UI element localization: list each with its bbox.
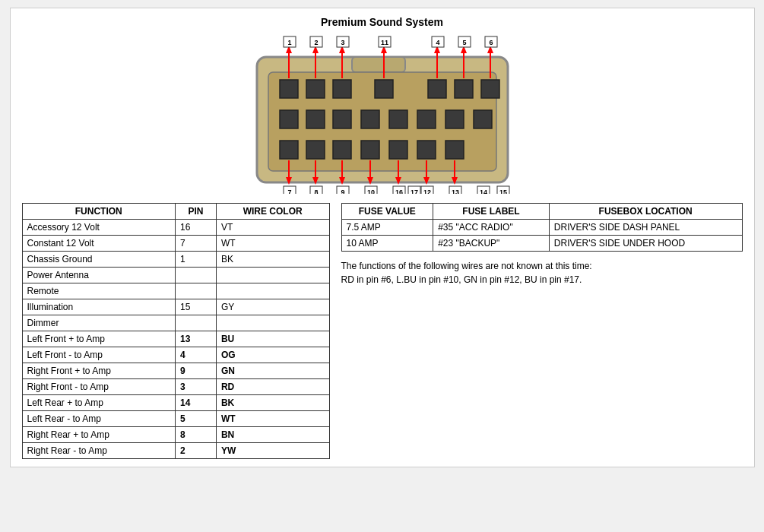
function-table: FUNCTION PIN WIRE COLOR Accessory 12 Vol…	[22, 203, 330, 459]
fuse-value-cell: 10 AMP	[341, 236, 433, 252]
svg-rect-24	[445, 141, 464, 159]
color-cell: OG	[216, 347, 329, 363]
function-cell: Power Antenna	[22, 268, 175, 283]
svg-rect-15	[417, 110, 436, 128]
pin-cell: 3	[175, 379, 216, 395]
pin-cell: 16	[175, 220, 216, 236]
page-title: Premium Sound System	[22, 16, 743, 28]
function-table-row: Dimmer	[22, 315, 329, 331]
svg-text:10: 10	[366, 188, 374, 194]
pin-col-header: PIN	[175, 204, 216, 220]
svg-rect-19	[306, 141, 325, 159]
pin-cell: 9	[175, 363, 216, 379]
svg-rect-18	[280, 141, 298, 159]
function-cell: Left Front - to Amp	[22, 347, 175, 363]
svg-text:1: 1	[287, 39, 291, 46]
connector-diagram: 1 2 3 11 4 5 6 7 8 9 10 16	[22, 34, 743, 194]
fusebox-location-header: FUSEBOX LOCATION	[549, 204, 742, 220]
function-col-header: FUNCTION	[22, 204, 175, 220]
svg-rect-5	[333, 80, 351, 98]
pin-cell: 7	[175, 236, 216, 252]
function-table-row: Constant 12 Volt7WT	[22, 236, 329, 252]
svg-text:16: 16	[395, 188, 402, 194]
svg-rect-8	[455, 80, 473, 98]
function-table-row: Left Rear - to Amp5WT	[22, 411, 329, 427]
color-cell: BU	[216, 331, 329, 347]
svg-text:12: 12	[423, 188, 430, 194]
function-cell: Right Rear + to Amp	[22, 427, 175, 443]
svg-rect-23	[417, 141, 436, 159]
svg-rect-17	[474, 110, 492, 128]
function-table-row: Left Front + to Amp13BU	[22, 331, 329, 347]
color-cell: BK	[216, 252, 329, 268]
color-cell: GY	[216, 299, 329, 315]
pin-cell: 2	[175, 443, 216, 459]
pin-cell: 1	[175, 252, 216, 268]
fuse-table: FUSE VALUE FUSE LABEL FUSEBOX LOCATION 7…	[341, 203, 743, 252]
function-cell: Right Front + to Amp	[22, 363, 175, 379]
function-table-row: Right Front - to Amp3RD	[22, 379, 329, 395]
svg-rect-12	[333, 110, 351, 128]
content-row: FUNCTION PIN WIRE COLOR Accessory 12 Vol…	[22, 203, 743, 459]
svg-rect-10	[280, 110, 298, 128]
svg-text:5: 5	[462, 39, 466, 46]
pin-cell	[175, 268, 216, 283]
svg-text:3: 3	[341, 39, 344, 46]
color-cell: WT	[216, 411, 329, 427]
svg-text:2: 2	[314, 39, 318, 46]
function-table-row: Accessory 12 Volt16VT	[22, 220, 329, 236]
function-table-row: Left Rear + to Amp14BK	[22, 395, 329, 411]
fuse-table-row: 10 AMP#23 "BACKUP"DRIVER'S SIDE UNDER HO…	[341, 236, 742, 252]
function-table-row: Remote	[22, 283, 329, 299]
function-cell: Right Rear - to Amp	[22, 443, 175, 459]
svg-rect-3	[280, 80, 298, 98]
svg-text:8: 8	[314, 188, 318, 194]
svg-rect-11	[306, 110, 325, 128]
svg-rect-9	[481, 80, 499, 98]
function-cell: Illumination	[22, 299, 175, 315]
pin-cell: 14	[175, 395, 216, 411]
function-table-row: Illumination15GY	[22, 299, 329, 315]
pin-cell	[175, 283, 216, 299]
color-cell	[216, 268, 329, 283]
function-cell: Left Front + to Amp	[22, 331, 175, 347]
fuse-value-cell: 7.5 AMP	[341, 220, 433, 236]
color-cell	[216, 315, 329, 331]
pin-cell: 13	[175, 331, 216, 347]
fuse-location-cell: DRIVER'S SIDE UNDER HOOD	[549, 236, 742, 252]
function-cell: Accessory 12 Volt	[22, 220, 175, 236]
svg-rect-1	[352, 57, 405, 72]
svg-rect-6	[375, 80, 393, 98]
function-cell: Constant 12 Volt	[22, 236, 175, 252]
function-cell: Chassis Ground	[22, 252, 175, 268]
fuse-label-cell: #35 "ACC RADIO"	[433, 220, 550, 236]
function-table-row: Right Front + to Amp9GN	[22, 363, 329, 379]
color-col-header: WIRE COLOR	[216, 204, 329, 220]
pin-cell: 8	[175, 427, 216, 443]
svg-rect-13	[361, 110, 379, 128]
color-cell: VT	[216, 220, 329, 236]
color-cell: BK	[216, 395, 329, 411]
color-cell: YW	[216, 443, 329, 459]
color-cell: WT	[216, 236, 329, 252]
connector-svg: 1 2 3 11 4 5 6 7 8 9 10 16	[234, 34, 531, 194]
fuse-label-header: FUSE LABEL	[433, 204, 550, 220]
svg-rect-20	[333, 141, 351, 159]
fuse-label-cell: #23 "BACKUP"	[433, 236, 550, 252]
svg-text:14: 14	[479, 188, 487, 194]
svg-rect-7	[428, 80, 446, 98]
function-table-row: Chassis Ground1BK	[22, 252, 329, 268]
function-cell: Left Rear - to Amp	[22, 411, 175, 427]
color-cell: BN	[216, 427, 329, 443]
color-cell: RD	[216, 379, 329, 395]
svg-rect-22	[389, 141, 407, 159]
svg-text:4: 4	[436, 39, 439, 46]
function-cell: Remote	[22, 283, 175, 299]
note-line2: RD in pin #6, L.BU in pin #10, GN in pin…	[341, 274, 582, 285]
pin-cell	[175, 315, 216, 331]
pin-cell: 5	[175, 411, 216, 427]
color-cell: GN	[216, 363, 329, 379]
svg-rect-4	[306, 80, 325, 98]
svg-rect-16	[445, 110, 464, 128]
pin-cell: 15	[175, 299, 216, 315]
